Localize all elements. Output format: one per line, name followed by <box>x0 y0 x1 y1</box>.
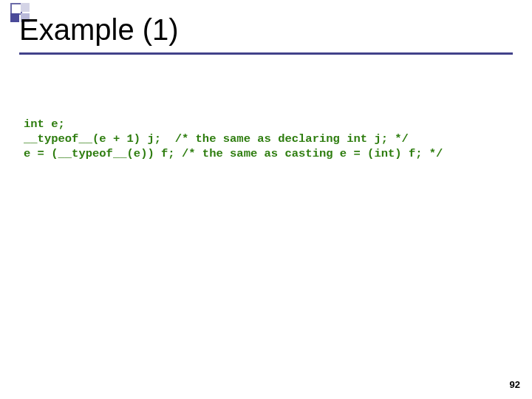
code-line: __typeof__(e + 1) j; /* the same as decl… <box>24 132 409 146</box>
slide: Example (1) int e; __typeof__(e + 1) j; … <box>0 0 532 399</box>
slide-title: Example (1) <box>19 13 513 47</box>
code-block: int e; __typeof__(e + 1) j; /* the same … <box>24 117 443 161</box>
title-area: Example (1) <box>19 13 513 55</box>
code-line: int e; <box>24 117 65 131</box>
code-line: e = (__typeof__(e)) f; /* the same as ca… <box>24 147 443 160</box>
title-rule <box>19 52 513 55</box>
page-number: 92 <box>510 379 520 390</box>
